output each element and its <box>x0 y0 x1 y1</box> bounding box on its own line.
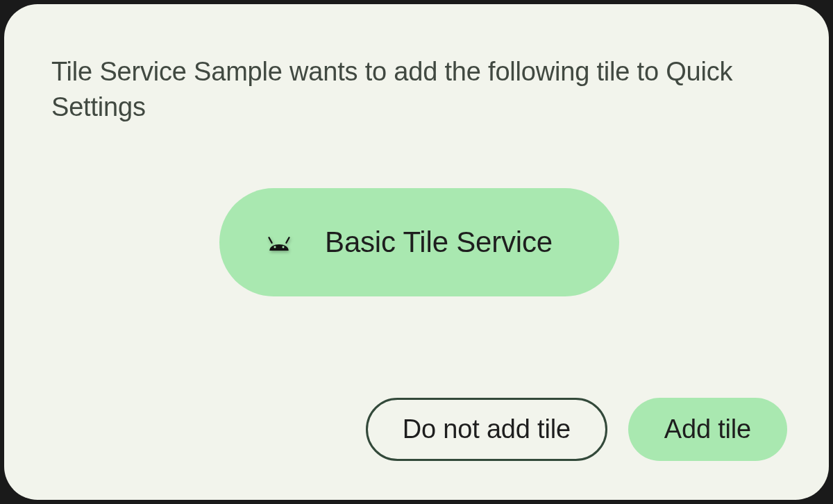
svg-point-1 <box>283 246 285 248</box>
do-not-add-tile-button[interactable]: Do not add tile <box>366 398 607 461</box>
dialog-message: Tile Service Sample wants to add the fol… <box>51 54 787 126</box>
tile-label: Basic Tile Service <box>325 226 553 259</box>
android-icon <box>264 233 294 252</box>
add-tile-dialog: Tile Service Sample wants to add the fol… <box>4 4 829 500</box>
svg-point-0 <box>274 246 276 248</box>
dialog-actions: Do not add tile Add tile <box>51 398 787 461</box>
svg-line-2 <box>269 237 271 243</box>
add-tile-button[interactable]: Add tile <box>628 398 787 461</box>
tile-preview-pill: Basic Tile Service <box>219 188 619 296</box>
svg-line-3 <box>286 237 289 243</box>
